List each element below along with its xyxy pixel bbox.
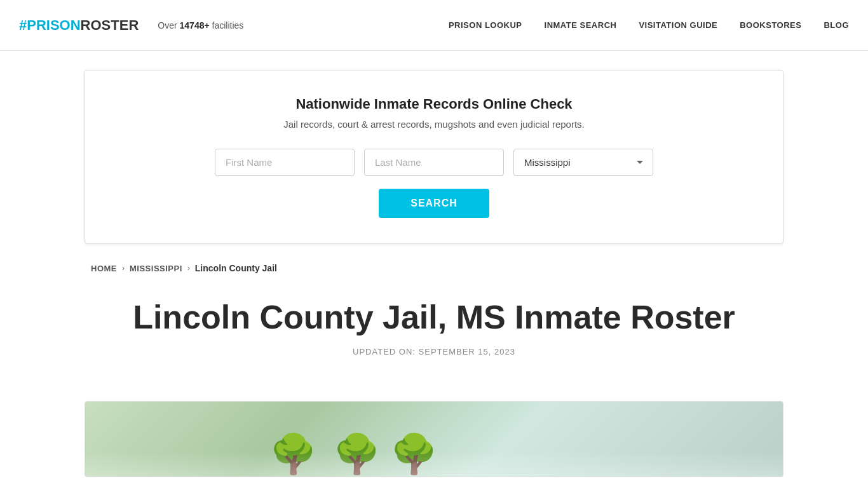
tree-icon-2 [333, 431, 381, 477]
nav-visitation-guide[interactable]: VISITATION GUIDE [639, 20, 717, 30]
search-banner-title: Nationwide Inmate Records Online Check [117, 96, 751, 112]
tree-icon-3 [390, 431, 438, 477]
updated-date: UPDATED ON: SEPTEMBER 15, 2023 [91, 347, 777, 356]
breadcrumb-home[interactable]: Home [91, 264, 117, 273]
logo-roster: ROSTER [81, 17, 139, 33]
breadcrumb-current: Lincoln County Jail [195, 263, 277, 273]
breadcrumb: Home › Mississippi › Lincoln County Jail [85, 263, 783, 273]
logo-prison: PRISON [27, 17, 80, 33]
breadcrumb-state[interactable]: Mississippi [130, 264, 182, 273]
logo-link[interactable]: #PRISONROSTER [19, 17, 139, 34]
search-button-row: SEARCH [117, 189, 751, 218]
site-header: #PRISONROSTER Over 14748+ facilities PRI… [0, 0, 868, 51]
tree-icon-1 [269, 431, 317, 477]
search-banner: Nationwide Inmate Records Online Check J… [85, 70, 783, 244]
main-nav: PRISON LOOKUP INMATE SEARCH VISITATION G… [449, 20, 849, 30]
search-button[interactable]: SEARCH [379, 189, 489, 218]
nav-bookstores[interactable]: BOOKSTORES [740, 20, 801, 30]
facilities-count: Over 14748+ facilities [158, 20, 243, 30]
facility-image [85, 401, 783, 477]
nav-inmate-search[interactable]: INMATE SEARCH [545, 20, 617, 30]
breadcrumb-separator-1: › [122, 264, 125, 273]
logo[interactable]: #PRISONROSTER [19, 17, 139, 34]
facilities-suffix: facilities [210, 20, 244, 30]
search-banner-subtitle: Jail records, court & arrest records, mu… [117, 119, 751, 130]
last-name-input[interactable] [364, 149, 504, 176]
page-title: Lincoln County Jail, MS Inmate Roster [91, 299, 777, 337]
nav-prison-lookup[interactable]: PRISON LOOKUP [449, 20, 522, 30]
nav-blog[interactable]: BLOG [824, 20, 849, 30]
logo-hash: # [19, 17, 27, 33]
breadcrumb-separator-2: › [187, 264, 190, 273]
main-content: Lincoln County Jail, MS Inmate Roster UP… [85, 286, 783, 401]
first-name-input[interactable] [215, 149, 355, 176]
facilities-number: 14748+ [180, 20, 210, 30]
facilities-prefix: Over [158, 20, 179, 30]
state-select[interactable]: Mississippi Alabama Alaska Arizona [513, 149, 653, 176]
search-form: Mississippi Alabama Alaska Arizona [117, 149, 751, 176]
